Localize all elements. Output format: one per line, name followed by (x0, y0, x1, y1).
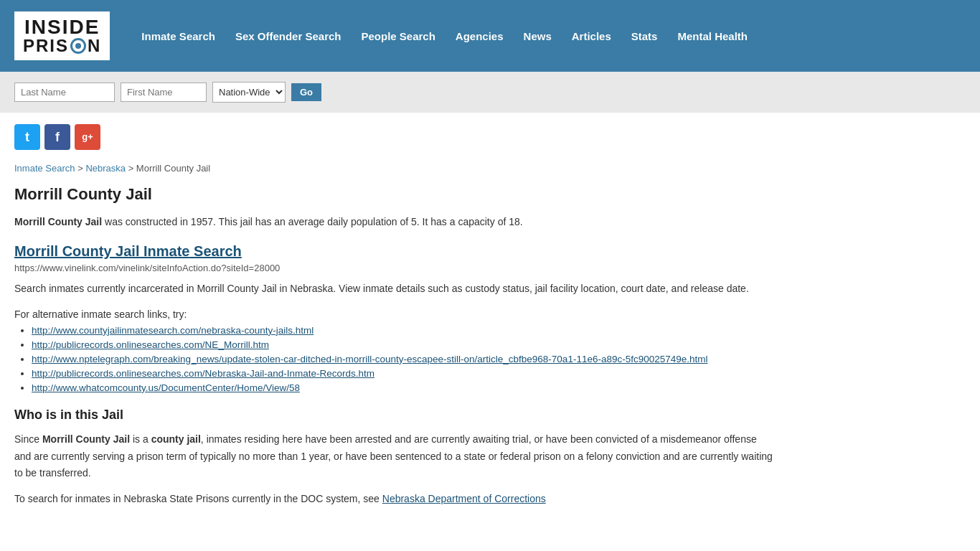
breadcrumb-inmate-search[interactable]: Inmate Search (14, 163, 75, 174)
logo-line2: PRISN (23, 37, 101, 55)
logo-line1: INSIDE (23, 17, 101, 37)
list-item: http://www.nptelegraph.com/breaking_news… (32, 353, 775, 364)
to-search-text: To search for inmates in Nebraska State … (14, 491, 775, 508)
who-jail-name: Morrill County Jail (42, 433, 130, 445)
jail-name-bold: Morrill County Jail (14, 216, 102, 227)
alt-link-5[interactable]: http://www.whatcomcounty.us/DocumentCent… (32, 382, 300, 393)
nav-sex-offender[interactable]: Sex Offender Search (225, 27, 352, 45)
nav-people-search[interactable]: People Search (351, 27, 445, 45)
breadcrumb-current: Morrill County Jail (136, 163, 210, 174)
description-text: was constructed in 1957. This jail has a… (102, 216, 523, 227)
twitter-button[interactable]: t (14, 124, 40, 150)
last-name-input[interactable] (14, 83, 115, 102)
nav-inmate-search[interactable]: Inmate Search (131, 27, 225, 45)
logo-n-text: N (88, 37, 101, 55)
who-county-jail: county jail (151, 433, 201, 445)
main-nav: Inmate Search Sex Offender Search People… (131, 27, 758, 45)
nav-stats[interactable]: Stats (621, 27, 668, 45)
list-item: http://www.whatcomcounty.us/DocumentCent… (32, 382, 775, 393)
first-name-input[interactable] (121, 83, 207, 102)
alt-links-intro: For alternative inmate search links, try… (14, 309, 775, 320)
vinelink-url: https://www.vinelink.com/vinelink/siteIn… (14, 263, 775, 273)
logo-o-icon (70, 38, 86, 54)
nav-agencies[interactable]: Agencies (446, 27, 514, 45)
social-icons: t f g+ (0, 113, 980, 156)
who-section-title: Who is in this Jail (14, 408, 775, 423)
list-item: http://publicrecords.onlinesearches.com/… (32, 367, 775, 379)
google-button[interactable]: g+ (75, 124, 100, 150)
nebraska-doc-link[interactable]: Nebraska Department of Corrections (382, 493, 546, 504)
inmate-search-heading: Morrill County Jail Inmate Search (14, 242, 775, 260)
list-item: http://www.countyjailinmatesearch.com/ne… (32, 324, 775, 336)
go-button[interactable]: Go (291, 83, 321, 101)
jail-description: Morrill County Jail was constructed in 1… (14, 214, 775, 230)
nav-mental-health[interactable]: Mental Health (667, 27, 758, 45)
nav-news[interactable]: News (514, 27, 562, 45)
alt-link-4[interactable]: http://publicrecords.onlinesearches.com/… (32, 368, 374, 379)
breadcrumb: Inmate Search > Nebraska > Morrill Count… (14, 163, 775, 174)
logo-prison-text: PRIS (23, 37, 69, 55)
alt-link-1[interactable]: http://www.countyjailinmatesearch.com/ne… (32, 325, 314, 336)
page-title: Morrill County Jail (14, 185, 775, 204)
breadcrumb-nebraska[interactable]: Nebraska (85, 163, 126, 174)
nav-articles[interactable]: Articles (562, 27, 621, 45)
who-description: Since Morrill County Jail is a county ja… (14, 431, 775, 482)
inmate-search-link[interactable]: Morrill County Jail Inmate Search (14, 243, 242, 259)
site-header: INSIDE PRISN Inmate Search Sex Offender … (0, 0, 980, 72)
site-logo[interactable]: INSIDE PRISN (14, 11, 110, 60)
alt-link-3[interactable]: http://www.nptelegraph.com/breaking_news… (32, 354, 708, 364)
alt-link-2[interactable]: http://publicrecords.onlinesearches.com/… (32, 339, 269, 350)
list-item: http://publicrecords.onlinesearches.com/… (32, 339, 775, 350)
alt-links-list: http://www.countyjailinmatesearch.com/ne… (32, 324, 775, 393)
main-content: Inmate Search > Nebraska > Morrill Count… (0, 156, 789, 531)
state-select[interactable]: Nation-Wide (212, 82, 286, 103)
search-bar: Nation-Wide Go (0, 72, 980, 113)
facebook-button[interactable]: f (44, 124, 70, 150)
search-description: Search inmates currently incarcerated in… (14, 281, 775, 296)
